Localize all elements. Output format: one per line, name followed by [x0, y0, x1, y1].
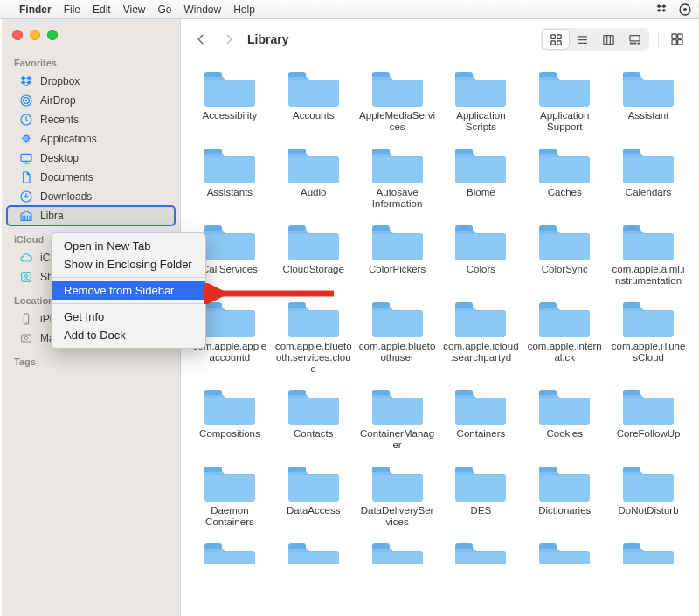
gallery-view-button[interactable]: [621, 30, 647, 49]
group-button[interactable]: [668, 30, 687, 49]
folder-item[interactable]: DataDeliveryServices: [357, 460, 438, 529]
folder-item[interactable]: DoNotDisturb: [608, 460, 689, 529]
context-menu-item-open-in-new-tab[interactable]: Open in New Tab: [52, 237, 205, 255]
folder-label: com.apple.bluetooth.services.cloud: [275, 341, 352, 376]
folder-item-partial[interactable]: [524, 536, 605, 564]
icon-view-button[interactable]: [543, 30, 569, 49]
folder-label: Contacts: [294, 428, 333, 453]
svg-rect-25: [672, 34, 676, 38]
folder-item[interactable]: Biome: [441, 142, 522, 211]
nav-back-button[interactable]: [191, 30, 211, 49]
context-menu-item-get-info[interactable]: Get Info: [52, 308, 205, 326]
desktop-icon: [19, 151, 33, 165]
menu-edit[interactable]: Edit: [93, 3, 111, 16]
folder-item[interactable]: com.apple.bluetoothuser: [357, 295, 438, 376]
folder-grid-container[interactable]: AccessibilityAccountsAppleMediaServicesA…: [181, 59, 697, 616]
folder-item[interactable]: Accessibility: [190, 65, 270, 135]
sidebar-item-libra[interactable]: Libra: [7, 206, 175, 225]
folder-item[interactable]: ColorSync: [524, 218, 605, 288]
dropbox-menubar-icon[interactable]: [655, 3, 669, 17]
sidebar-item-documents[interactable]: Documents: [7, 168, 175, 187]
folder-label: Assistants: [207, 187, 253, 211]
folder-item[interactable]: Cookies: [524, 383, 605, 453]
sidebar-item-applications[interactable]: Applications: [7, 129, 175, 149]
folder-item-partial[interactable]: [190, 536, 270, 564]
folder-item[interactable]: Dictionaries: [524, 460, 605, 529]
folder-item[interactable]: Calendars: [608, 142, 689, 211]
folder-item[interactable]: Accounts: [273, 65, 354, 135]
clock-icon: [19, 113, 33, 127]
zoom-button[interactable]: [47, 30, 58, 40]
status-menubar-icon[interactable]: [678, 3, 692, 17]
folder-item[interactable]: com.apple.aiml.instrumentation: [608, 218, 689, 288]
folder-item[interactable]: Contacts: [273, 383, 354, 453]
folder-label: com.apple.aiml.instrumentation: [610, 264, 687, 288]
folder-item[interactable]: Caches: [524, 142, 605, 211]
folder-item[interactable]: Autosave Information: [357, 142, 438, 211]
context-menu-item-show-in-enclosing-folder[interactable]: Show in Enclosing Folder: [52, 255, 205, 273]
folder-icon: [370, 460, 426, 503]
folder-item[interactable]: Application Scripts: [441, 65, 522, 135]
sidebar-item-downloads[interactable]: Downloads: [7, 187, 175, 206]
folder-item[interactable]: Assistants: [190, 142, 270, 211]
sidebar-item-label: Recents: [40, 114, 79, 126]
menu-file[interactable]: File: [64, 3, 80, 16]
menu-view[interactable]: View: [123, 3, 146, 16]
svg-rect-22: [629, 42, 632, 44]
folder-item[interactable]: ContainerManager: [357, 383, 438, 453]
folder-label: Dictionaries: [538, 505, 591, 529]
app-name[interactable]: Finder: [19, 3, 52, 16]
menu-window[interactable]: Window: [184, 3, 222, 16]
folder-item[interactable]: Compositions: [190, 383, 270, 453]
sidebar-item-desktop[interactable]: Desktop: [7, 149, 175, 168]
folder-item[interactable]: com.apple.iTunesCloud: [608, 295, 689, 376]
folder-icon: [286, 65, 342, 108]
sidebar-item-dropbox[interactable]: Dropbox: [7, 72, 175, 91]
folder-item-partial[interactable]: [441, 536, 522, 564]
folder-icon: [202, 142, 258, 185]
doc-icon: [19, 170, 33, 184]
context-menu-item-remove-from-sidebar[interactable]: Remove from Sidebar: [52, 281, 205, 300]
folder-item[interactable]: DES: [441, 460, 522, 529]
menu-help[interactable]: Help: [233, 3, 255, 16]
folder-item[interactable]: ColorPickers: [357, 218, 438, 288]
folder-item[interactable]: AppleMediaServices: [357, 65, 438, 135]
sidebar-item-airdrop[interactable]: AirDrop: [7, 91, 175, 110]
minimize-button[interactable]: [30, 30, 40, 40]
menu-go[interactable]: Go: [158, 3, 172, 16]
folder-label: Application Support: [526, 110, 603, 135]
sidebar-item-recents[interactable]: Recents: [7, 110, 175, 129]
folder-item[interactable]: Colors: [441, 218, 522, 288]
folder-item[interactable]: Containers: [441, 383, 522, 453]
folder-label: Containers: [457, 428, 506, 453]
folder-item[interactable]: com.apple.bluetooth.services.cloud: [273, 295, 354, 376]
folder-label: Audio: [301, 187, 326, 211]
folder-item[interactable]: Audio: [273, 142, 354, 211]
folder-label: CloudStorage: [283, 264, 344, 288]
list-view-button[interactable]: [569, 30, 595, 49]
folder-item-partial[interactable]: [273, 536, 354, 564]
folder-icon: [453, 218, 509, 262]
context-menu-item-add-to-dock[interactable]: Add to Dock: [52, 326, 205, 344]
folder-item-partial[interactable]: [608, 536, 689, 564]
folder-item-partial[interactable]: [357, 536, 438, 564]
close-button[interactable]: [12, 30, 23, 40]
folder-label: Colors: [467, 264, 495, 288]
disk-icon: [19, 331, 33, 345]
folder-item[interactable]: com.apple.icloud.searchpartyd: [441, 295, 522, 376]
column-view-button[interactable]: [595, 30, 621, 49]
svg-rect-20: [603, 35, 612, 44]
svg-rect-27: [672, 40, 676, 45]
folder-icon: [536, 536, 592, 564]
folder-label: DataDeliveryServices: [359, 505, 436, 529]
folder-item[interactable]: Daemon Containers: [190, 460, 270, 529]
folder-icon: [370, 383, 426, 426]
folder-item[interactable]: CoreFollowUp: [608, 383, 689, 453]
folder-item[interactable]: CloudStorage: [273, 218, 354, 288]
folder-item[interactable]: DataAccess: [273, 460, 354, 529]
folder-item[interactable]: com.apple.internal.ck: [524, 295, 605, 376]
sidebar-item-label: Dropbox: [40, 75, 80, 87]
folder-item[interactable]: Assistant: [608, 65, 689, 135]
folder-item[interactable]: Application Support: [524, 65, 605, 135]
nav-forward-button[interactable]: [219, 30, 239, 49]
